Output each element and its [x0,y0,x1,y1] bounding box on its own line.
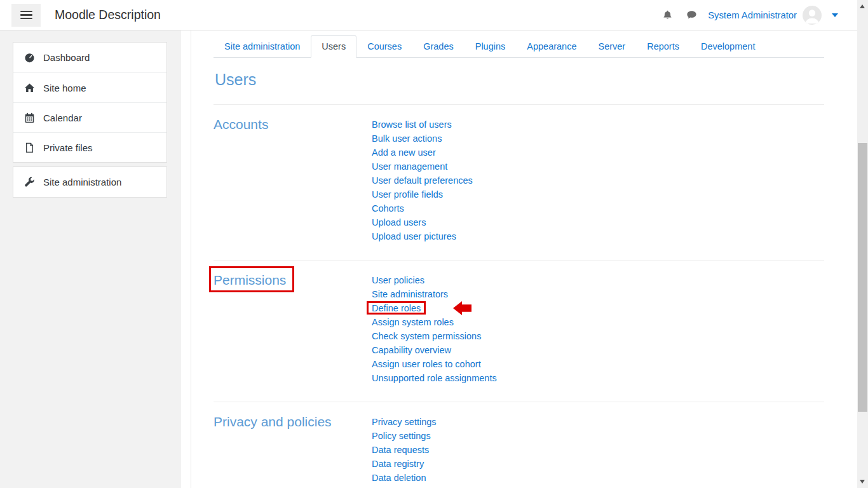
caret-down-icon[interactable] [832,13,838,17]
tab-courses[interactable]: Courses [356,35,412,58]
list-item: Capability overview [372,343,497,357]
avatar[interactable] [803,6,822,25]
scrollbar-thumb[interactable] [858,143,867,412]
tab-server[interactable]: Server [587,35,636,58]
site-title: Moodle Description [55,8,161,22]
menu-icon[interactable] [11,4,41,27]
tab-grades[interactable]: Grades [412,35,465,58]
link-user-default-preferences[interactable]: User default preferences [372,175,473,186]
tab-appearance[interactable]: Appearance [516,35,587,58]
tab-users[interactable]: Users [311,35,356,58]
topbar-right: System Administrator [662,6,838,25]
list-item: Policy settings [372,429,462,443]
red-arrow-left-icon [453,301,472,316]
list-item: Upload user pictures [372,229,473,243]
sidebar-item-private-files[interactable]: Private files [13,132,166,162]
sidebar-item-label: Private files [43,142,93,153]
list-item: Bulk user actions [372,132,473,146]
section-privacy-and-policies: Privacy and policies Privacy settings Po… [214,402,824,488]
page-title: Users [215,71,824,89]
tab-reports[interactable]: Reports [636,35,690,58]
section-title-permissions: Permissions [214,273,372,385]
file-icon [24,142,35,153]
link-data-registry[interactable]: Data registry [372,459,424,469]
link-bulk-user-actions[interactable]: Bulk user actions [372,133,442,144]
list-item: Privacy settings [372,415,462,429]
link-add-a-new-user[interactable]: Add a new user [372,147,436,158]
user-name-link[interactable]: System Administrator [708,10,797,20]
accounts-links: Browse list of users Bulk user actions A… [372,118,473,243]
link-data-requests[interactable]: Data requests [372,445,429,455]
list-item: User policies [372,273,497,287]
list-item: Upload users [372,215,473,229]
link-assign-system-roles[interactable]: Assign system roles [372,317,454,327]
link-data-deletion[interactable]: Data deletion [372,473,426,483]
permissions-links: User policies Site administrators Define… [372,273,497,385]
sidebar-group-main: Dashboard Site home Calendar Private fil… [13,42,167,163]
link-cohorts[interactable]: Cohorts [372,203,404,214]
sidebar-item-label: Site administration [43,177,121,187]
red-annotation-box: Permissions [214,273,286,288]
tab-development[interactable]: Development [690,35,766,58]
sidebar-item-label: Calendar [43,112,82,123]
list-item: Site administrators [372,287,497,301]
list-item: Browse list of users [372,118,473,132]
link-privacy-settings[interactable]: Privacy settings [372,417,437,427]
list-item: Define roles [372,301,497,315]
sidebar-group-admin: Site administration [13,166,167,198]
list-item: Data deletion [372,471,462,485]
sidebar-item-calendar[interactable]: Calendar [13,102,166,132]
section-title-privacy: Privacy and policies [214,414,372,488]
list-item: Data requests [372,443,462,457]
link-policy-settings[interactable]: Policy settings [372,431,431,441]
main-content: Site administration Users Courses Grades… [191,30,857,488]
list-item: Unsupported role assignments [372,371,497,385]
nav-drawer: Dashboard Site home Calendar Private fil… [0,30,181,488]
sidebar-item-site-home[interactable]: Site home [13,72,166,102]
link-user-management[interactable]: User management [372,161,447,172]
list-item: Plugin privacy registry [372,485,462,488]
sidebar-item-label: Dashboard [43,52,90,63]
list-item: Add a new user [372,146,473,159]
admin-tabs: Site administration Users Courses Grades… [214,35,824,58]
link-user-profile-fields[interactable]: User profile fields [372,189,443,200]
link-unsupported-role-assignments[interactable]: Unsupported role assignments [372,373,497,383]
wrench-icon [24,177,35,187]
link-browse-list-of-users[interactable]: Browse list of users [372,119,452,130]
link-site-administrators[interactable]: Site administrators [372,289,448,299]
sidebar-item-site-administration[interactable]: Site administration [13,167,166,197]
list-item: Cohorts [372,201,473,215]
list-item: Check system permissions [372,329,497,343]
link-capability-overview[interactable]: Capability overview [372,345,451,355]
privacy-links: Privacy settings Policy settings Data re… [372,415,462,488]
list-item: User default preferences [372,173,473,187]
list-item: Assign user roles to cohort [372,357,497,371]
link-upload-user-pictures[interactable]: Upload user pictures [372,231,456,241]
calendar-icon [24,112,35,123]
tab-plugins[interactable]: Plugins [465,35,517,58]
home-icon [24,83,35,93]
link-define-roles[interactable]: Define roles [372,303,421,313]
sidebar-item-dashboard[interactable]: Dashboard [13,43,166,72]
bell-icon[interactable] [662,10,673,20]
link-check-system-permissions[interactable]: Check system permissions [372,331,481,341]
link-upload-users[interactable]: Upload users [372,217,426,227]
chat-icon[interactable] [686,10,698,20]
dashboard-gauge-icon [24,52,35,63]
vertical-scrollbar[interactable] [857,0,868,488]
sidebar-item-label: Site home [43,83,86,93]
link-user-policies[interactable]: User policies [372,275,424,285]
list-item: Assign system roles [372,315,497,329]
top-bar: Moodle Description System Administrator [0,0,857,30]
list-item: User management [372,159,473,173]
section-permissions: Permissions User policies Site administr… [214,261,824,402]
link-assign-user-roles-to-cohort[interactable]: Assign user roles to cohort [372,359,481,369]
section-title-accounts: Accounts [214,117,372,243]
list-item: Data registry [372,457,462,471]
scroll-up-icon[interactable] [860,4,865,8]
tab-site-administration[interactable]: Site administration [214,35,311,58]
list-item: User profile fields [372,187,473,201]
section-accounts: Accounts Browse list of users Bulk user … [214,105,824,260]
scroll-down-icon[interactable] [860,480,865,484]
